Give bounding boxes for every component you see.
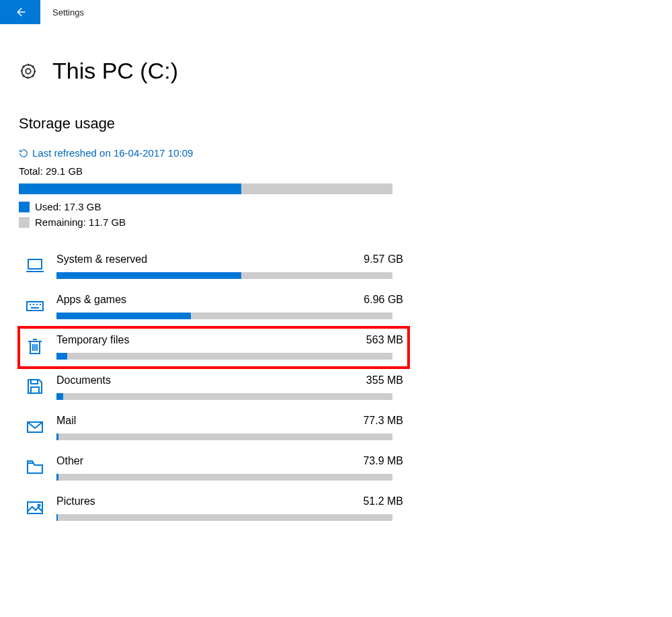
svg-rect-20 [28,502,42,513]
category-other[interactable]: Other 73.9 MB [19,448,409,489]
remaining-swatch [19,217,30,228]
section-title: Storage usage [19,115,411,132]
category-bar [56,272,392,279]
category-name: Temporary files [56,334,129,346]
refresh-link[interactable]: Last refreshed on 16-04-2017 10:09 [19,147,411,159]
window-title: Settings [52,7,84,17]
total-progress-bar [19,183,392,194]
used-label: Used: 17.3 GB [35,201,101,212]
save-icon [24,376,46,397]
category-size: 51.2 MB [343,495,403,507]
back-button[interactable] [0,0,40,24]
category-bar [56,353,392,360]
svg-point-2 [22,65,34,77]
legend: Used: 17.3 GB Remaining: 11.7 GB [19,201,411,228]
keyboard-icon [24,295,46,317]
category-bar-fill [56,393,63,400]
mail-icon [24,416,46,438]
category-bar-fill [56,313,191,319]
svg-point-21 [38,505,40,507]
remaining-label: Remaining: 11.7 GB [35,216,126,228]
category-name: Pictures [56,495,95,507]
refresh-text: Last refreshed on 16-04-2017 10:09 [32,147,193,159]
category-size: 355 MB [343,374,403,386]
category-bar-fill [56,434,58,440]
category-bar [56,434,392,440]
category-bar-fill [56,474,58,481]
svg-rect-3 [28,259,42,269]
total-label: Total: 29.1 GB [19,165,411,177]
category-bar [56,393,392,400]
category-apps-games[interactable]: Apps & games 6.96 GB [19,287,409,327]
page-header: This PC (C:) [19,58,411,84]
category-name: Mail [56,415,76,427]
category-size: 563 MB [343,334,403,346]
category-system-reserved[interactable]: System & reserved 9.57 GB [19,247,409,287]
svg-rect-5 [27,302,43,311]
trash-icon [24,335,46,357]
category-list: System & reserved 9.57 GB Apps & games 6… [19,247,409,529]
refresh-icon [19,149,28,158]
page-title: This PC (C:) [52,58,178,84]
picture-icon [24,497,46,518]
category-bar-fill [56,353,67,360]
category-name: Documents [56,374,111,386]
category-name: Other [56,455,83,467]
category-name: Apps & games [56,294,126,306]
category-mail[interactable]: Mail 77.3 MB [19,408,409,448]
category-bar-fill [56,272,241,279]
back-arrow-icon [14,6,26,18]
svg-rect-17 [31,380,38,384]
category-size: 77.3 MB [343,415,403,427]
title-bar: Settings [0,0,672,24]
category-bar [56,514,392,521]
category-documents[interactable]: Documents 355 MB [19,368,409,408]
gear-icon [19,62,38,81]
svg-point-1 [26,69,30,73]
used-swatch [19,202,30,212]
category-bar [56,474,392,481]
total-progress-fill [19,183,241,194]
category-name: System & reserved [56,253,147,265]
category-temporary-files[interactable]: Temporary files 563 MB [19,327,409,368]
category-size: 73.9 MB [343,455,403,467]
category-bar [56,313,392,319]
laptop-icon [24,255,46,276]
svg-rect-18 [31,387,39,393]
category-size: 6.96 GB [343,294,403,306]
folder-icon [24,456,46,478]
category-size: 9.57 GB [343,253,403,265]
category-bar-fill [56,514,58,521]
category-pictures[interactable]: Pictures 51.2 MB [19,489,409,529]
